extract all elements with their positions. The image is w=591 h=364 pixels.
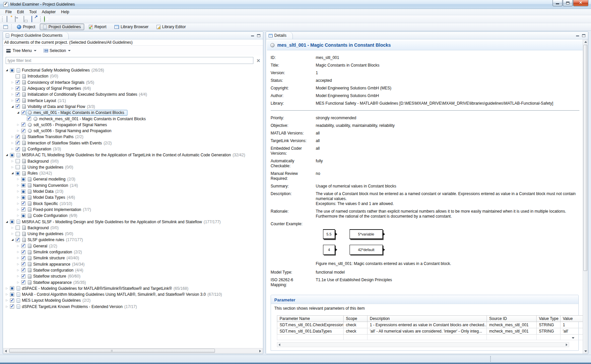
expand-arrow-icon[interactable]: ▷ xyxy=(10,93,15,96)
open-button[interactable] xyxy=(14,16,21,22)
tree-row[interactable]: ▷ Background (0/0) xyxy=(3,158,263,164)
tree-item[interactable]: MAAB - Control Algorithm Modeling Guidel… xyxy=(15,292,224,297)
tree-row[interactable]: ▷ Simulink configuration (2/2) xyxy=(3,249,263,255)
expand-arrow-icon[interactable]: ▷ xyxy=(4,305,9,308)
expand-arrow-icon[interactable]: ▷ xyxy=(16,269,21,272)
expand-arrow-icon[interactable]: ▷ xyxy=(10,166,15,169)
minimize-view-icon[interactable] xyxy=(576,35,579,36)
tree-checkbox[interactable] xyxy=(16,86,20,91)
tab-details[interactable]: Details xyxy=(266,32,293,39)
expand-arrow-icon[interactable]: ◢ xyxy=(4,154,9,156)
tree-item[interactable]: Fixed-point Implementation (7/7) xyxy=(26,207,93,212)
tree-row[interactable]: mcheck_mes_sltl_001 - Magic Constants in… xyxy=(3,116,263,122)
tree-row[interactable]: ▷ General modelling (2/3) xyxy=(3,176,263,182)
tree-item[interactable]: Interface Layout (1/1) xyxy=(21,98,68,103)
column-header[interactable]: Source ID xyxy=(487,316,537,322)
tree-item[interactable]: Adequacy of Signal Properties (6/6) xyxy=(21,86,93,91)
tree-checkbox[interactable] xyxy=(21,183,26,187)
tree-item[interactable]: Stateflow configuration (4/4) xyxy=(26,267,85,273)
tree-item[interactable]: Introduction (0/0) xyxy=(21,74,60,79)
tree-checkbox[interactable] xyxy=(16,147,20,151)
expand-arrow-icon[interactable]: ▷ xyxy=(10,87,15,90)
column-header[interactable]: Value Type xyxy=(537,316,560,322)
tree-item[interactable]: Code Configuration (6/9) xyxy=(26,213,79,219)
expand-arrow-icon[interactable]: ◢ xyxy=(4,221,9,223)
tree-item[interactable]: Simulink structure (40/40) xyxy=(26,255,81,261)
tree-checkbox[interactable] xyxy=(21,274,26,279)
tree-checkbox[interactable] xyxy=(10,298,14,303)
tree-item[interactable]: SLSF guideline rules (177/177) xyxy=(21,237,85,243)
tree-checkbox[interactable] xyxy=(10,153,14,157)
tree-item[interactable]: Background (0/0) xyxy=(21,158,60,164)
menu-item[interactable]: File xyxy=(3,9,14,15)
tree-checkbox[interactable] xyxy=(16,171,20,176)
tree-item[interactable]: Using the guidelines (0/0) xyxy=(21,164,75,170)
tree-row[interactable]: ◢ mes_sltl_001 - Magic Constants in Cons… xyxy=(3,110,263,116)
selection-button[interactable]: Selection xyxy=(50,48,66,53)
tree-row[interactable]: ▷ Stateflow configuration (4/4) xyxy=(3,267,263,273)
tree-checkbox[interactable] xyxy=(16,104,20,109)
export-button[interactable] xyxy=(31,16,37,22)
expand-arrow-icon[interactable]: ▷ xyxy=(16,190,21,193)
tree-checkbox[interactable] xyxy=(16,226,20,230)
clear-filter-icon[interactable]: ✕ xyxy=(256,58,260,63)
chevron-down-icon[interactable] xyxy=(34,50,36,51)
expand-arrow-icon[interactable]: ▷ xyxy=(16,130,21,132)
tree-row[interactable]: ▷ Naming Convention (1/4) xyxy=(3,182,263,188)
tree-item[interactable]: Naming Convention (1/4) xyxy=(26,182,80,188)
tree-row[interactable]: ▷ Initialization of Conditionally Execut… xyxy=(3,91,263,97)
scrollbar-thumb[interactable] xyxy=(9,349,215,353)
chevron-down-icon[interactable] xyxy=(68,50,71,51)
table-horizontal-scrollbar[interactable] xyxy=(277,342,569,347)
toolbar-grip[interactable] xyxy=(40,17,41,22)
tree-checkbox[interactable] xyxy=(21,111,26,115)
tree-checkbox[interactable] xyxy=(16,141,20,145)
toolbar-grip[interactable] xyxy=(2,17,3,22)
table-row[interactable]: SDT.mes_sltl_001.CheckExpressionscheck1 … xyxy=(277,322,583,328)
expand-arrow-icon[interactable]: ▷ xyxy=(16,281,21,284)
expand-arrow-icon[interactable]: ▷ xyxy=(16,245,21,247)
expand-arrow-icon[interactable]: ▷ xyxy=(16,124,21,126)
tree-row[interactable]: ▷ Block Specific (10/10) xyxy=(3,201,263,207)
tree-item[interactable]: Model Data Types (4/6) xyxy=(26,195,77,200)
minimize-button[interactable] xyxy=(553,0,562,6)
maximize-view-icon[interactable] xyxy=(582,34,585,37)
tree-checkbox[interactable] xyxy=(21,214,26,218)
tree-checkbox[interactable] xyxy=(16,165,20,169)
tree-checkbox[interactable] xyxy=(21,177,26,182)
expand-arrow-icon[interactable]: ◢ xyxy=(4,69,9,72)
perspective-project[interactable]: Project xyxy=(14,24,38,30)
expand-arrow-icon[interactable]: ▷ xyxy=(10,227,15,229)
close-button[interactable]: ✕ xyxy=(573,0,588,6)
expand-arrow-icon[interactable]: ▷ xyxy=(16,184,21,187)
tree-checkbox[interactable] xyxy=(21,268,26,272)
tree-row[interactable]: ▷ Fixed-point Implementation (7/7) xyxy=(3,207,263,213)
tree-row[interactable]: ▷ Interface Layout (1/1) xyxy=(3,97,263,103)
expand-arrow-icon[interactable]: ◢ xyxy=(10,172,15,175)
table-row[interactable]: SDT.mes_sltl_001.DataTypescheck'all' - A… xyxy=(277,328,583,335)
title-bar[interactable]: Model Examiner - Project Guidelines ✕ xyxy=(0,0,591,9)
tree-row[interactable]: ▷ Model Data (2/3) xyxy=(3,188,263,194)
tree-item[interactable]: Stateflow Transition Paths (2/2) xyxy=(21,134,85,140)
run-analysis-button[interactable] xyxy=(44,16,50,22)
expand-arrow-icon[interactable]: ▷ xyxy=(4,299,9,302)
tree-checkbox[interactable] xyxy=(16,238,20,242)
expand-arrow-icon[interactable]: ▷ xyxy=(16,263,21,266)
tree-checkbox[interactable] xyxy=(21,123,26,127)
column-header[interactable]: Description xyxy=(367,316,487,322)
expand-arrow-icon[interactable]: ▷ xyxy=(10,81,15,84)
tree-checkbox[interactable] xyxy=(21,256,26,260)
tree-checkbox[interactable] xyxy=(10,286,14,290)
scroll-left-icon[interactable] xyxy=(4,348,9,353)
tree-row[interactable]: ▷ Model Data Types (4/6) xyxy=(3,194,263,200)
tree-row[interactable]: ▷ sdt_sc006 - Signal Naming and Propagat… xyxy=(3,128,263,134)
tree-item[interactable]: Simulink configuration (2/2) xyxy=(26,249,84,255)
tree-row[interactable]: ◢ MISRA AC SLSF - Modelling Design and S… xyxy=(3,219,263,225)
tree-checkbox[interactable] xyxy=(27,117,31,121)
expand-arrow-icon[interactable]: ◢ xyxy=(10,238,15,241)
tree-row[interactable]: ▷ Using the guidelines (0/0) xyxy=(3,164,263,170)
tree-checkbox[interactable] xyxy=(21,207,26,212)
tree-item[interactable]: Initialization of Conditionally Executed… xyxy=(21,92,149,97)
scroll-down-icon[interactable] xyxy=(572,337,574,339)
tree-item[interactable]: Consistency of Interface Signals (5/5) xyxy=(21,79,96,85)
